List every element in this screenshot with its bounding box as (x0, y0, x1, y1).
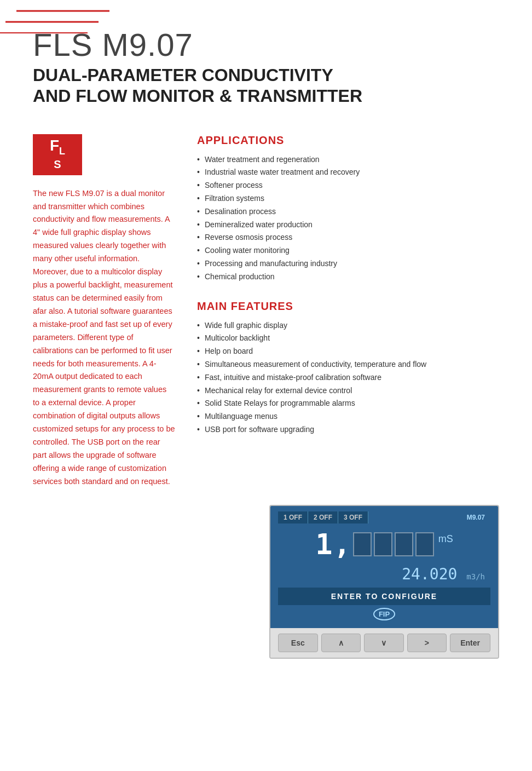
subtitle-line1: DUAL-PARAMETER CONDUCTIVITY (33, 65, 333, 85)
left-column: FL S The new FLS M9.07 is a dual monitor… (33, 134, 175, 488)
main-features-title: MAIN FEATURES (197, 300, 499, 313)
device-tabs: 1 OFF 2 OFF 3 OFF M9.07 (278, 511, 490, 523)
product-subtitle: DUAL-PARAMETER CONDUCTIVITY AND FLOW MON… (33, 65, 499, 107)
device-btn-enter[interactable]: Enter (450, 634, 490, 652)
device-display: 1 OFF 2 OFF 3 OFF M9.07 1, mS (269, 505, 499, 659)
list-item: Fast, intuitive and mistake-proof calibr… (197, 371, 499, 384)
device-digit-block-3 (395, 532, 413, 556)
list-item: Desalination process (197, 205, 499, 218)
device-secondary-reading-area: 24.020 m3/h (278, 565, 490, 583)
list-item: Demineralized water production (197, 218, 499, 232)
device-button-row: Esc ∧ ∨ > Enter (270, 628, 498, 658)
applications-title: APPLICATIONS (197, 134, 499, 147)
product-description: The new FLS M9.07 is a dual monitor and … (33, 187, 175, 488)
list-item: Filtration systems (197, 192, 499, 205)
list-item: Reverse osmosis process (197, 231, 499, 244)
device-main-reading-area: 1, mS (278, 528, 490, 561)
list-item: Chemical production (197, 271, 499, 284)
list-item: Solid State Relays for programmable alar… (197, 397, 499, 410)
main-features-section: MAIN FEATURES Wide full graphic display … (197, 300, 499, 436)
device-digit-block-4 (415, 532, 434, 556)
top-decoration (0, 0, 120, 49)
device-tab-1: 1 OFF (278, 511, 308, 523)
device-tab-3: 3 OFF (338, 511, 368, 523)
list-item: Wide full graphic display (197, 319, 499, 332)
device-screen: 1 OFF 2 OFF 3 OFF M9.07 1, mS (270, 506, 498, 628)
fls-logo: FL S (33, 134, 82, 175)
device-digit-block-2 (374, 532, 392, 556)
device-main-unit: mS (438, 533, 453, 545)
list-item: Help on board (197, 345, 499, 358)
list-item: Softener process (197, 179, 499, 192)
list-item: Mechanical relay for external device con… (197, 384, 499, 398)
device-enter-bar: ENTER TO CONFIGURE (278, 588, 490, 605)
applications-section: APPLICATIONS Water treatment and regener… (197, 134, 499, 284)
list-item: Water treatment and regeneration (197, 153, 499, 166)
device-secondary-value: 24.020 (402, 565, 457, 583)
fip-logo: FIP (373, 608, 395, 620)
list-item: Multilanguage menus (197, 410, 499, 423)
list-item: Simultaneous measurement of conductivity… (197, 358, 499, 371)
list-item: Cooling water monitoring (197, 244, 499, 257)
device-btn-esc[interactable]: Esc (278, 634, 318, 652)
list-item: Industrial waste water treatment and rec… (197, 166, 499, 179)
device-btn-down[interactable]: ∨ (364, 634, 404, 652)
device-reading-prefix: 1, (315, 528, 352, 561)
device-digit-block-1 (353, 532, 372, 556)
device-section: 1 OFF 2 OFF 3 OFF M9.07 1, mS (0, 505, 532, 681)
main-content: FL S The new FLS M9.07 is a dual monitor… (0, 118, 532, 505)
right-column: APPLICATIONS Water treatment and regener… (197, 134, 499, 488)
logo-fl: FL (50, 137, 65, 154)
device-brand-logo: FIP (278, 605, 490, 623)
list-item: Multicolor backlight (197, 332, 499, 345)
device-tab-2: 2 OFF (308, 511, 338, 523)
device-tab-model: M9.07 (461, 511, 490, 523)
list-item: USB port for software upgrading (197, 423, 499, 436)
subtitle-line2: AND FLOW MONITOR & TRANSMITTER (33, 86, 362, 106)
list-item: Processing and manufacturing industry (197, 257, 499, 271)
device-btn-right[interactable]: > (407, 634, 447, 652)
logo-text: FL S (50, 138, 65, 171)
device-secondary-unit: m3/h (466, 572, 485, 581)
logo-s: S (54, 158, 61, 170)
main-features-list: Wide full graphic display Multicolor bac… (197, 319, 499, 436)
device-btn-up[interactable]: ∧ (321, 634, 361, 652)
applications-list: Water treatment and regeneration Industr… (197, 153, 499, 284)
